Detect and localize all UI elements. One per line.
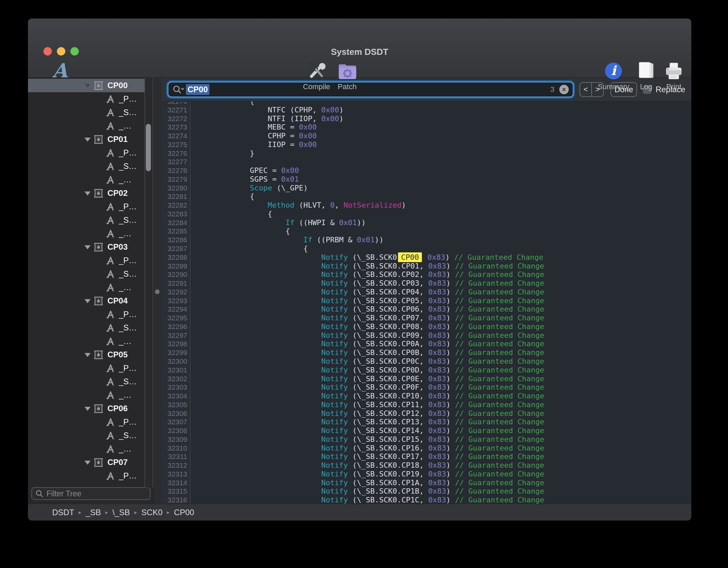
line-number: 32313 [161,470,187,478]
tree-child-item[interactable]: _P… [28,308,153,321]
code-lines[interactable]: { NTFC (CPHP, 0x00) NTFI (IIOP, 0x00) ME… [191,102,691,504]
search-icon [35,490,43,498]
tree-child-item[interactable]: _S… [28,429,153,442]
tree-item-label: _S… [119,323,137,332]
tree-child-item[interactable]: _… [28,173,153,186]
tree-item-cp07[interactable]: CP07 [28,456,153,469]
tree-child-item[interactable]: _S… [28,321,153,334]
tree-item-label: _… [119,121,131,131]
tree-item-label: _S… [119,215,137,225]
sidebar-scrollbar-thumb[interactable] [146,124,151,171]
print-button[interactable]: Print [652,60,691,91]
breadcrumb-item[interactable]: SCK0 [141,508,163,517]
code-line: { [214,102,691,106]
method-icon [106,418,115,427]
line-number: 32303 [161,383,187,392]
method-icon [106,364,115,373]
breadcrumb-separator-icon: ▸ [78,509,81,516]
tree-item-cp01[interactable]: CP01 [28,133,153,146]
filter-tree-input[interactable]: Filter Tree [31,487,151,500]
tree-child-item[interactable]: _… [28,119,153,133]
tree-child-item[interactable]: _… [28,227,153,240]
code-line: Notify (\_SB.SCK0.CP09, 0x83) // Guarant… [214,331,691,340]
code-line: { [214,227,691,236]
tree-item-cp05[interactable]: CP05 [28,348,153,361]
tree-child-item[interactable]: _… [28,281,153,294]
tree-child-item[interactable]: _P… [28,200,153,213]
tree-item-label: _P… [119,256,137,265]
breadcrumb-item[interactable]: _SB [86,508,101,517]
line-number: 32295 [161,314,187,322]
line-number: 32278 [161,166,187,175]
tree-child-item[interactable]: _S… [28,375,153,388]
line-number: 32282 [161,201,187,210]
tree-child-item[interactable]: _P… [28,415,153,429]
line-number: 32307 [161,418,187,426]
tree-item-cp06[interactable]: CP06 [28,402,153,415]
disclosure-triangle-icon[interactable] [85,138,91,145]
code-line: MEBC = 0x00 [214,123,691,132]
tree-child-item[interactable]: _P… [28,361,153,375]
tree-item-label: _P… [119,471,137,481]
breadcrumb-item[interactable]: \_SB [112,508,130,517]
code-line: Notify (\_SB.SCK0.CP14, 0x83) // Guarant… [214,426,691,435]
code-editor[interactable]: 3227032271322723227332274322753227632277… [161,102,691,504]
line-number: 32314 [161,478,187,487]
tree-child-item[interactable]: _P… [28,469,153,483]
method-icon [106,162,115,171]
split-divider[interactable] [153,78,161,504]
line-number: 32275 [161,140,187,149]
search-menu-icon[interactable] [172,84,184,95]
disclosure-triangle-icon[interactable] [85,191,91,199]
find-previous-button[interactable]: < [580,83,592,96]
tree-child-item[interactable]: _S… [28,213,153,227]
code-line: NTFI (IIOP, 0x00) [214,114,691,123]
tree-child-item[interactable]: _S… [28,267,153,281]
tree-item-cp00[interactable]: CP00 [28,79,153,92]
find-input[interactable]: CP00 3 × [168,82,573,97]
breadcrumb-item[interactable]: DSDT [52,508,74,517]
code-line: Notify (\_SB.SCK0.CP02, 0x83) // Guarant… [214,270,691,279]
patch-button[interactable]: Patch [325,60,369,91]
tree-child-item[interactable]: _P… [28,146,153,159]
tree-child-item[interactable]: _… [28,334,153,348]
disclosure-triangle-icon[interactable] [85,84,91,91]
tree-item-cp02[interactable]: CP02 [28,186,153,200]
code-line: NTFC (CPHP, 0x00) [214,106,691,114]
tree-child-item[interactable]: _S… [28,159,153,173]
method-icon [106,216,115,225]
breadcrumb: DSDT▸_SB▸\_SB▸SCK0▸CP00 [52,508,194,517]
tree-item-label: CP05 [107,350,128,359]
tree-child-item[interactable]: _… [28,442,153,456]
tree-child-item[interactable]: _S… [28,483,153,486]
sidebar-scrollbar[interactable] [144,78,153,488]
tree-child-item[interactable]: _S… [28,106,153,119]
scope-icon [93,296,104,306]
tree-item-label: CP02 [107,188,128,198]
summary-info-icon: i [604,62,623,80]
tree-item-label: _S… [119,431,137,440]
scope-icon [93,189,104,198]
code-line: Notify (\_SB.SCK0.CP16, 0x83) // Guarant… [214,444,691,453]
code-line: Notify (\_SB.SCK0.CP13, 0x83) // Guarant… [214,418,691,426]
find-query[interactable]: CP00 [186,84,209,95]
disclosure-triangle-icon[interactable] [85,461,91,468]
tree-child-item[interactable]: _… [28,388,153,402]
breadcrumb-item[interactable]: CP00 [174,508,194,517]
tree-child-item[interactable]: _P… [28,92,153,106]
code-line: { [214,244,691,253]
code-line: If ((HWPI & 0x01)) [214,218,691,227]
tree-item-cp04[interactable]: CP04 [28,294,153,308]
disclosure-triangle-icon[interactable] [85,353,91,360]
tree-item-cp03[interactable]: CP03 [28,240,153,254]
method-icon [106,202,115,211]
tree-child-item[interactable]: _P… [28,254,153,267]
disclosure-triangle-icon[interactable] [85,245,91,252]
divider-handle[interactable] [155,289,160,294]
method-icon [106,283,115,292]
disclosure-triangle-icon[interactable] [85,299,91,306]
clear-search-button[interactable]: × [559,85,569,94]
disclosure-triangle-icon[interactable] [85,407,91,414]
line-number: 32270 [161,102,187,106]
patch-folder-icon [337,62,357,80]
